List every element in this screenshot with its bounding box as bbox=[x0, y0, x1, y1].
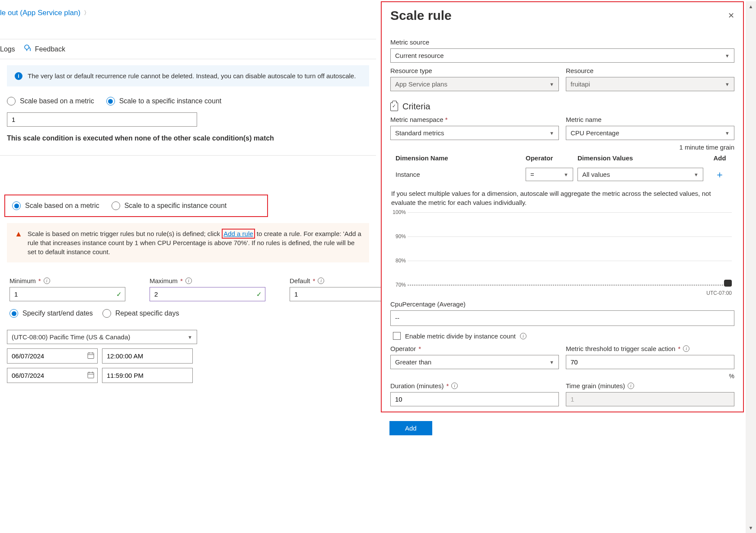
resource-type-value: App Service plans bbox=[395, 80, 447, 88]
custom-mode-radio-row: Scale based on a metric Scale to a speci… bbox=[4, 195, 268, 217]
info-icon[interactable]: i bbox=[451, 383, 458, 389]
maximum-block: Maximum * i ✓ bbox=[150, 277, 265, 301]
timezone-value: (UTC-08:00) Pacific Time (US & Canada) bbox=[12, 333, 130, 341]
info-icon[interactable]: i bbox=[683, 345, 689, 352]
calendar-icon[interactable] bbox=[87, 371, 94, 380]
scale-metric-radio-2[interactable]: Scale based on a metric bbox=[12, 201, 99, 210]
threshold-label: Metric threshold to trigger scale action… bbox=[566, 345, 734, 352]
breadcrumb[interactable]: le out (App Service plan) 〉 bbox=[0, 0, 376, 22]
instance-count-input[interactable] bbox=[7, 112, 197, 127]
scale-count-radio-2[interactable]: Scale to a specific instance count bbox=[112, 201, 227, 210]
feedback-icon bbox=[24, 44, 32, 54]
resource-value: fruitapi bbox=[571, 80, 590, 88]
timezone-select[interactable]: (UTC-08:00) Pacific Time (US & Canada) ▼ bbox=[7, 330, 197, 344]
info-icon[interactable]: i bbox=[318, 278, 324, 284]
check-icon: ✓ bbox=[256, 290, 262, 298]
info-icon[interactable]: i bbox=[185, 278, 192, 284]
dim-head-vals: Dimension Values bbox=[577, 154, 703, 162]
required-asterisk: * bbox=[418, 345, 421, 352]
end-time-input[interactable] bbox=[102, 368, 193, 383]
scroll-down-icon[interactable]: ▼ bbox=[746, 523, 756, 533]
logs-label: Logs bbox=[0, 45, 15, 53]
dimension-values-value: All values bbox=[582, 171, 610, 178]
percent-unit: % bbox=[566, 373, 734, 380]
info-icon[interactable]: i bbox=[520, 333, 526, 339]
start-end-dates-radio[interactable]: Specify start/end dates bbox=[10, 309, 93, 318]
warn-pre: Scale is based on metric trigger rules b… bbox=[28, 230, 222, 237]
info-icon[interactable]: i bbox=[628, 383, 634, 389]
info-icon[interactable]: i bbox=[44, 278, 50, 284]
default-mode-radio-row: Scale based on a metric Scale to a speci… bbox=[0, 93, 376, 110]
operator-threshold-row: Operator * Greater than ▼ Metric thresho… bbox=[390, 345, 734, 380]
time-grain-note: 1 minute time grain bbox=[390, 144, 734, 151]
maximum-input[interactable] bbox=[150, 287, 265, 301]
scrollbar-rail[interactable]: ▲ ▼ bbox=[746, 1, 756, 533]
required-asterisk: * bbox=[313, 277, 316, 284]
feedback-label: Feedback bbox=[35, 45, 65, 53]
minimum-input[interactable] bbox=[10, 287, 125, 301]
calendar-icon[interactable] bbox=[87, 352, 94, 360]
threshold-input[interactable] bbox=[566, 355, 734, 369]
radio-label: Scale based on a metric bbox=[25, 202, 99, 210]
divide-checkbox[interactable] bbox=[393, 332, 401, 340]
criteria-title: Criteria bbox=[402, 102, 430, 112]
radio-label: Specify start/end dates bbox=[22, 310, 93, 317]
warning-banner: ▲ Scale is based on metric trigger rules… bbox=[7, 223, 369, 262]
scale-metric-radio-1[interactable]: Scale based on a metric bbox=[7, 97, 94, 105]
dimension-operator-select[interactable]: = ▼ bbox=[526, 168, 573, 181]
add-button[interactable]: Add bbox=[389, 421, 432, 435]
radio-icon bbox=[112, 201, 120, 210]
dimension-row: Instance = ▼ All values ▼ ＋ bbox=[390, 165, 734, 184]
panel-title: Scale rule bbox=[390, 8, 452, 23]
chart-x-label: UTC-07:00 bbox=[706, 290, 732, 296]
info-banner: i The very last or default recurrence ru… bbox=[7, 65, 369, 86]
radio-icon bbox=[10, 309, 18, 318]
resource-row: Resource type App Service plans ▼ Resour… bbox=[390, 63, 734, 91]
radio-label: Scale to a specific instance count bbox=[124, 202, 227, 210]
timezone-select-wrap: (UTC-08:00) Pacific Time (US & Canada) ▼ bbox=[7, 330, 197, 344]
close-icon[interactable]: ✕ bbox=[726, 9, 736, 22]
dimension-note: If you select multiple values for a dime… bbox=[390, 184, 734, 210]
required-asterisk: * bbox=[446, 382, 449, 389]
feedback-button[interactable]: Feedback bbox=[24, 44, 65, 54]
dimension-values-select[interactable]: All values ▼ bbox=[577, 168, 703, 181]
start-date-row bbox=[7, 348, 369, 364]
chart-threshold-handle[interactable] bbox=[724, 280, 732, 287]
ytick: 90% bbox=[391, 233, 406, 239]
ytick: 80% bbox=[391, 258, 406, 264]
dimension-add-button[interactable]: ＋ bbox=[708, 168, 732, 181]
toolbar: Logs Feedback bbox=[0, 39, 376, 59]
svg-rect-1 bbox=[88, 353, 94, 358]
dimension-operator-value: = bbox=[530, 171, 534, 178]
metric-source-select[interactable]: Current resource ▼ bbox=[390, 48, 734, 63]
svg-point-0 bbox=[25, 45, 29, 49]
scroll-up-icon[interactable]: ▲ bbox=[746, 1, 756, 12]
instance-limits-row: Minimum * i ✓ Maximum * i ✓ Default * i … bbox=[0, 268, 376, 304]
resource-label: Resource bbox=[566, 67, 734, 74]
duration-label: Duration (minutes) * i bbox=[390, 382, 559, 389]
repeat-days-radio[interactable]: Repeat specific days bbox=[102, 309, 179, 318]
scale-count-radio-1[interactable]: Scale to a specific instance count bbox=[106, 97, 222, 105]
panel-header: Scale rule ✕ bbox=[382, 2, 743, 23]
chevron-down-icon: ▼ bbox=[694, 172, 699, 177]
end-date-input[interactable] bbox=[7, 368, 98, 383]
operator-select[interactable]: Greater than ▼ bbox=[390, 355, 559, 369]
metric-readout-label: CpuPercentage (Average) bbox=[390, 300, 734, 308]
start-date-input[interactable] bbox=[7, 348, 98, 364]
warning-icon: ▲ bbox=[15, 230, 22, 239]
add-a-rule-link[interactable]: Add a rule bbox=[222, 229, 255, 239]
check-icon: ✓ bbox=[116, 290, 122, 298]
breadcrumb-text[interactable]: le out (App Service plan) bbox=[0, 9, 80, 17]
metric-name-select[interactable]: CPU Percentage ▼ bbox=[566, 126, 734, 140]
logs-button[interactable]: Logs bbox=[0, 45, 15, 53]
minimum-block: Minimum * i ✓ bbox=[10, 277, 125, 301]
start-time-input[interactable] bbox=[102, 348, 193, 364]
metric-namespace-value: Standard metrics bbox=[395, 129, 444, 137]
dimension-name: Instance bbox=[396, 171, 521, 178]
metric-namespace-select[interactable]: Standard metrics ▼ bbox=[390, 126, 559, 140]
required-asterisk: * bbox=[445, 116, 448, 123]
metric-name-value: CPU Percentage bbox=[571, 129, 619, 137]
duration-input[interactable] bbox=[390, 392, 559, 406]
radio-icon bbox=[106, 97, 115, 105]
chevron-down-icon: ▼ bbox=[188, 335, 192, 340]
